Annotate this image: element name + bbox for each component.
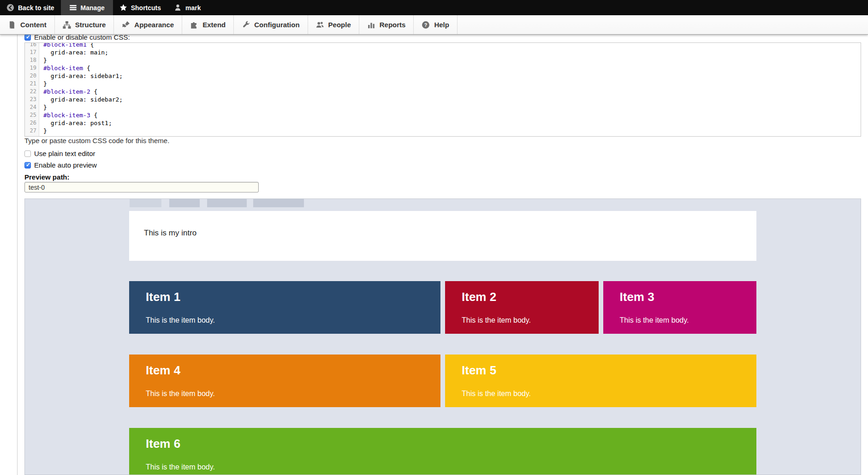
preview-intro-text: This is my intro bbox=[144, 228, 196, 237]
code-line: 21 } bbox=[25, 80, 861, 88]
preview-item-card: Item 5 This is the item body. bbox=[445, 355, 756, 407]
topbar-item-back-to-site[interactable]: Back to site bbox=[0, 0, 61, 15]
preview-path-label: Preview path: bbox=[24, 173, 70, 181]
code-line: 16 #block-item1 { bbox=[25, 42, 861, 48]
adminbar-item-help[interactable]: ? Help bbox=[414, 15, 458, 34]
hamburger-icon bbox=[69, 4, 77, 12]
enable-custom-css-checkbox[interactable] bbox=[24, 34, 31, 41]
adminbar-item-content[interactable]: Content bbox=[0, 15, 55, 34]
document-icon bbox=[8, 21, 16, 29]
adminbar-item-structure[interactable]: Structure bbox=[55, 15, 114, 34]
topbar-item-manage[interactable]: Manage bbox=[61, 0, 113, 15]
use-plain-text-editor-row: Use plain text editor bbox=[24, 150, 95, 157]
code-line: 20 grid-area: sidebar1; bbox=[25, 72, 861, 80]
theme-preview-pane: This is my intro Item 1 This is the item… bbox=[24, 198, 861, 475]
editor-lines: 16 #block-item1 { 17 grid-area: main; 18… bbox=[25, 42, 861, 137]
enable-auto-preview-row: Enable auto preview bbox=[24, 161, 97, 169]
preview-item-card: Item 3 This is the item body. bbox=[603, 281, 757, 334]
paintbrush-icon bbox=[122, 21, 130, 29]
code-line: 23 grid-area: sidebar2; bbox=[25, 96, 861, 103]
preview-items-grid: Item 1 This is the item body. Item 2 Thi… bbox=[129, 281, 756, 475]
adminbar-item-people[interactable]: People bbox=[308, 15, 359, 34]
preview-intro-block: This is my intro bbox=[129, 211, 756, 261]
preview-content: This is my intro Item 1 This is the item… bbox=[129, 211, 756, 475]
enable-auto-preview-label[interactable]: Enable auto preview bbox=[34, 161, 97, 169]
admin-toolbar: Back to site Manage Shortcuts mark bbox=[0, 0, 868, 15]
preview-nav-tab[interactable] bbox=[207, 199, 247, 207]
preview-item-card: Item 4 This is the item body. bbox=[129, 355, 440, 407]
code-line: 19 #block-item { bbox=[25, 64, 861, 72]
preview-item-card: Item 6 This is the item body. bbox=[129, 428, 756, 475]
preview-nav-tab[interactable] bbox=[253, 199, 304, 207]
editor-description: Type or paste custom CSS code for this t… bbox=[24, 137, 169, 144]
drupal-admin-page: Enable or disable custom CSS: 16 #block-… bbox=[0, 0, 868, 475]
code-line: 18 } bbox=[25, 56, 861, 64]
wrench-icon bbox=[242, 21, 250, 29]
adminbar-item-configuration[interactable]: Configuration bbox=[234, 15, 308, 34]
preview-nav-tab[interactable] bbox=[130, 199, 161, 207]
preview-item-card: Item 2 This is the item body. bbox=[445, 281, 599, 334]
puzzle-icon bbox=[190, 21, 198, 29]
back-arrow-icon bbox=[6, 4, 14, 12]
code-line: 27 } bbox=[25, 127, 861, 135]
use-plain-text-editor-checkbox[interactable] bbox=[24, 150, 31, 157]
help-circle-icon: ? bbox=[422, 21, 430, 29]
star-icon bbox=[119, 4, 127, 12]
form-left-border bbox=[17, 35, 18, 475]
code-line: 26 grid-area: post1; bbox=[25, 119, 861, 127]
svg-text:?: ? bbox=[424, 22, 428, 27]
people-icon bbox=[316, 21, 324, 29]
adminbar-item-reports[interactable]: Reports bbox=[359, 15, 414, 34]
code-line: 24 } bbox=[25, 103, 861, 111]
topbar-item-mark[interactable]: mark bbox=[167, 0, 207, 15]
code-line: 17 grid-area: main; bbox=[25, 48, 861, 56]
use-plain-text-editor-label[interactable]: Use plain text editor bbox=[34, 150, 95, 157]
enable-auto-preview-checkbox[interactable] bbox=[24, 162, 31, 168]
adminbar-item-extend[interactable]: Extend bbox=[182, 15, 234, 34]
sitemap-icon bbox=[63, 21, 71, 29]
admin-menu-bar: Content Structure Appearance Extend Conf… bbox=[0, 15, 868, 35]
adminbar-item-appearance[interactable]: Appearance bbox=[114, 15, 182, 34]
preview-item-card: Item 1 This is the item body. bbox=[129, 281, 440, 334]
user-icon bbox=[174, 4, 182, 12]
code-line: 25 #block-item-3 { bbox=[25, 111, 861, 119]
css-code-editor[interactable]: 16 #block-item1 { 17 grid-area: main; 18… bbox=[24, 42, 861, 137]
barchart-icon bbox=[367, 21, 375, 29]
preview-nav-tab[interactable] bbox=[169, 199, 200, 207]
code-line: 22 #block-item-2 { bbox=[25, 88, 861, 96]
topbar-item-shortcuts[interactable]: Shortcuts bbox=[113, 0, 167, 15]
preview-path-input[interactable] bbox=[24, 182, 259, 192]
